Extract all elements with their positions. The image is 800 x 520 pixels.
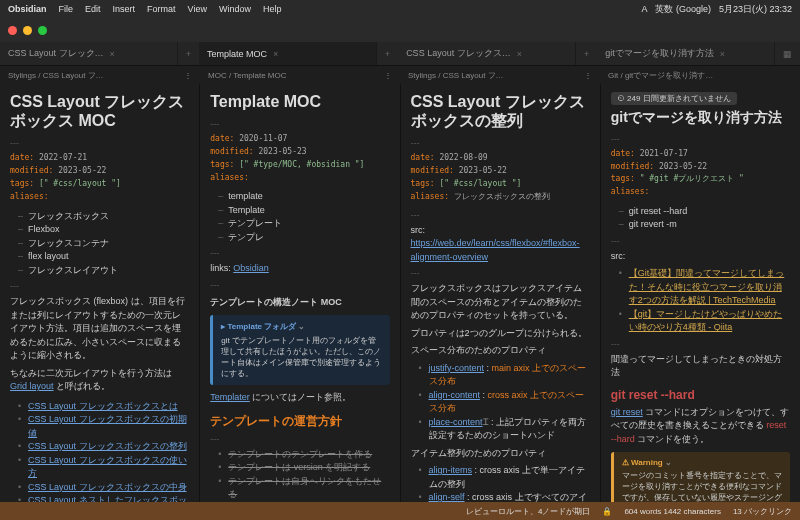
close-icon[interactable]: × — [517, 49, 522, 59]
link[interactable]: CSS Layout フレックスボックスの使い方 — [28, 455, 187, 479]
more-icon[interactable]: ⋮ — [184, 71, 192, 80]
list-item: テンプレートのテンプレートを作る — [218, 448, 389, 462]
list-item: テンプレート — [218, 217, 389, 231]
link-templater[interactable]: Templater — [210, 392, 250, 402]
hr: --- — [411, 210, 590, 220]
new-tab-button[interactable]: ▦ — [775, 42, 800, 65]
tab-0[interactable]: CSS Layout フレック…× — [0, 42, 178, 65]
tab-3[interactable]: gitでマージを取り消す方法× — [597, 42, 775, 65]
page-title: Template MOC — [210, 92, 389, 111]
new-tab-button[interactable]: + — [178, 42, 199, 65]
hr: --- — [611, 134, 790, 144]
hr: --- — [210, 248, 389, 258]
paragraph: src: — [611, 250, 790, 264]
heading: テンプレートの運営方針 — [210, 413, 389, 430]
link[interactable]: git reset — [611, 407, 643, 417]
list-item: テンプレートは version を明記する — [218, 461, 389, 475]
link[interactable]: place-contentᏆ — [429, 417, 489, 427]
frontmatter: date: 2022-07-21 modified: 2023-05-22 ta… — [10, 152, 189, 203]
link[interactable]: align-items — [429, 465, 473, 475]
link[interactable]: CSS Layout フレックスボックスの整列 — [28, 441, 187, 451]
src-list: 【Git基礎】間違ってマージしてしまった！そんな時に役立つマージを取り消す2つの… — [611, 267, 790, 335]
maximize-icon[interactable] — [38, 26, 47, 35]
link[interactable]: justify-content — [429, 363, 485, 373]
tab-label: CSS Layout フレック… — [8, 47, 104, 60]
status-review[interactable]: レビューロルート、4ノードが期日 — [466, 506, 590, 517]
link[interactable]: align-content — [429, 390, 481, 400]
list-item: git reset --hard — [619, 205, 790, 219]
hr: --- — [411, 138, 590, 148]
breadcrumb[interactable]: Stylings / CSS Layout フ…⋮ — [400, 66, 600, 84]
heading: git reset --hard — [611, 388, 790, 402]
status-backlinks[interactable]: 13 バックリンク — [733, 506, 792, 517]
breadcrumb[interactable]: Stylings / CSS Layout フ…⋮ — [0, 66, 200, 84]
link[interactable]: CSS Layout フレックスボックスとは — [28, 401, 178, 411]
list-item: テンプレートは自身へリンクをもたせる — [218, 475, 389, 502]
menu-edit[interactable]: Edit — [85, 4, 101, 14]
list-item: Flexbox — [18, 223, 189, 237]
heading: アイテム整列のためのプロパティ — [411, 447, 590, 461]
minimize-icon[interactable] — [23, 26, 32, 35]
list-item: git revert -m — [619, 218, 790, 232]
list-item: 【Git基礎】間違ってマージしてしまった！そんな時に役立つマージを取り消す2つの… — [619, 267, 790, 308]
list-item: CSS Layout フレックスボックスの整列 — [18, 440, 189, 454]
menu-insert[interactable]: Insert — [113, 4, 136, 14]
link-src[interactable]: https://web.dev/learn/css/flexbox/#flexb… — [411, 238, 580, 262]
status-wordcount[interactable]: 604 words 1442 characters — [624, 507, 721, 516]
close-icon[interactable] — [8, 26, 17, 35]
new-tab-button[interactable]: + — [576, 42, 597, 65]
menu-file[interactable]: File — [59, 4, 74, 14]
menubar: Obsidian File Edit Insert Format View Wi… — [0, 0, 800, 18]
paragraph: フレックスボックス (flexbox) は、項目を行または列にレイアウトするため… — [10, 295, 189, 363]
tab-2[interactable]: CSS Layout フレックス…× — [398, 42, 576, 65]
link[interactable]: CSS Layout フレックスボックスの中身 — [28, 482, 187, 492]
window-controls — [0, 18, 800, 42]
lock-icon: 🔒 — [602, 507, 612, 516]
stale-badge: ⏲ 249 日間更新されていません — [611, 92, 737, 105]
list-item: フレックスボックス — [18, 210, 189, 224]
more-icon[interactable]: ⋮ — [584, 71, 592, 80]
status-input[interactable]: 英数 (Google) — [655, 3, 711, 16]
paragraph: src: https://web.dev/learn/css/flexbox/#… — [411, 224, 590, 265]
close-icon[interactable]: × — [720, 49, 725, 59]
close-icon[interactable]: × — [273, 49, 278, 59]
menu-format[interactable]: Format — [147, 4, 176, 14]
aliases-list: フレックスボックス Flexbox フレックスコンテナ flex layout … — [10, 210, 189, 278]
paragraph: ちなみに二次元レイアウトを行う方法は Grid layout と呼ばれる。 — [10, 367, 189, 394]
aliases-list: template Template テンプレート テンプレ — [210, 190, 389, 244]
frontmatter: date: 2022-08-09 modified: 2023-05-22 ta… — [411, 152, 590, 203]
tab-1[interactable]: Template MOC× — [199, 42, 377, 65]
link-grid[interactable]: Grid layout — [10, 381, 54, 391]
more-icon[interactable]: ⋮ — [384, 71, 392, 80]
new-tab-button[interactable]: + — [377, 42, 398, 65]
hr: --- — [210, 119, 389, 129]
menu-window[interactable]: Window — [219, 4, 251, 14]
hr: --- — [10, 281, 189, 291]
breadcrumb[interactable]: Git / gitでマージを取り消す… — [600, 66, 800, 84]
tab-label: CSS Layout フレックス… — [406, 47, 511, 60]
link-obsidian[interactable]: Obsidian — [233, 263, 269, 273]
cursor-icon: Ꮖ — [483, 416, 489, 430]
status-ime[interactable]: A — [641, 4, 647, 14]
link[interactable]: 【Git基礎】間違ってマージしてしまった！そんな時に役立つマージを取り消す2つの… — [629, 268, 785, 305]
paragraph: Templater についてはノート参照。 — [210, 391, 389, 405]
chevron-down-icon[interactable]: ⌄ — [665, 458, 672, 467]
breadcrumb[interactable]: MOC / Template MOC⋮ — [200, 66, 400, 84]
link[interactable]: align-self — [429, 492, 465, 502]
tab-label: gitでマージを取り消す方法 — [605, 47, 714, 60]
page-title: CSS Layout フレックスボックス MOC — [10, 92, 189, 130]
pane-0: CSS Layout フレックスボックス MOC --- date: 2022-… — [0, 84, 200, 520]
pane-2: CSS Layout フレックスボックスの整列 --- date: 2022-0… — [401, 84, 601, 520]
pane-3: ⏲ 249 日間更新されていません gitでマージを取り消す方法 --- dat… — [601, 84, 800, 520]
page-title: CSS Layout フレックスボックスの整列 — [411, 92, 590, 130]
menu-help[interactable]: Help — [263, 4, 282, 14]
app-name: Obsidian — [8, 4, 47, 14]
heading: スペース分布のためのプロパティ — [411, 344, 590, 358]
aliases-list: git reset --hard git revert -m — [611, 205, 790, 232]
warning-icon: ⚠ — [622, 458, 631, 467]
chevron-down-icon[interactable]: ⌄ — [298, 322, 305, 331]
menu-view[interactable]: View — [188, 4, 207, 14]
link[interactable]: 【git】マージしたけどやっぱりやめたい時のやり方4種類 - Qiita — [629, 309, 783, 333]
close-icon[interactable]: × — [110, 49, 115, 59]
link[interactable]: CSS Layout フレックスボックスの初期値 — [28, 414, 187, 438]
